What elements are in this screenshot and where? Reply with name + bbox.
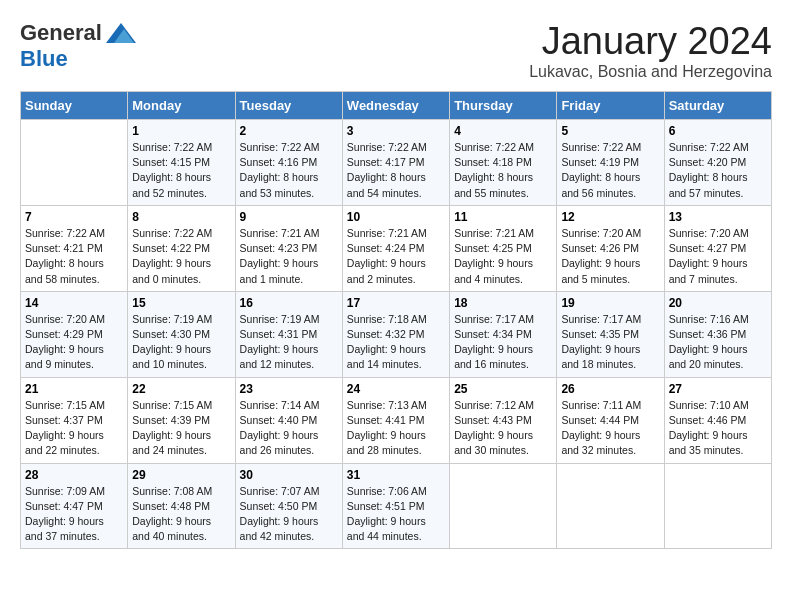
weekday-header: Sunday (21, 92, 128, 120)
day-info: Sunrise: 7:12 AMSunset: 4:43 PMDaylight:… (454, 398, 552, 459)
calendar-cell: 1Sunrise: 7:22 AMSunset: 4:15 PMDaylight… (128, 120, 235, 206)
calendar-cell: 13Sunrise: 7:20 AMSunset: 4:27 PMDayligh… (664, 205, 771, 291)
calendar-week-row: 21Sunrise: 7:15 AMSunset: 4:37 PMDayligh… (21, 377, 772, 463)
day-number: 28 (25, 468, 123, 482)
calendar-cell: 23Sunrise: 7:14 AMSunset: 4:40 PMDayligh… (235, 377, 342, 463)
calendar-cell: 14Sunrise: 7:20 AMSunset: 4:29 PMDayligh… (21, 291, 128, 377)
day-info: Sunrise: 7:22 AMSunset: 4:20 PMDaylight:… (669, 140, 767, 201)
day-info: Sunrise: 7:21 AMSunset: 4:23 PMDaylight:… (240, 226, 338, 287)
day-info: Sunrise: 7:22 AMSunset: 4:19 PMDaylight:… (561, 140, 659, 201)
calendar-cell: 28Sunrise: 7:09 AMSunset: 4:47 PMDayligh… (21, 463, 128, 549)
calendar-title: January 2024 (529, 20, 772, 63)
calendar-week-row: 7Sunrise: 7:22 AMSunset: 4:21 PMDaylight… (21, 205, 772, 291)
calendar-cell: 15Sunrise: 7:19 AMSunset: 4:30 PMDayligh… (128, 291, 235, 377)
calendar-cell: 31Sunrise: 7:06 AMSunset: 4:51 PMDayligh… (342, 463, 449, 549)
calendar-cell: 4Sunrise: 7:22 AMSunset: 4:18 PMDaylight… (450, 120, 557, 206)
day-info: Sunrise: 7:10 AMSunset: 4:46 PMDaylight:… (669, 398, 767, 459)
day-info: Sunrise: 7:22 AMSunset: 4:16 PMDaylight:… (240, 140, 338, 201)
day-info: Sunrise: 7:08 AMSunset: 4:48 PMDaylight:… (132, 484, 230, 545)
calendar-cell: 20Sunrise: 7:16 AMSunset: 4:36 PMDayligh… (664, 291, 771, 377)
calendar-cell: 25Sunrise: 7:12 AMSunset: 4:43 PMDayligh… (450, 377, 557, 463)
day-info: Sunrise: 7:13 AMSunset: 4:41 PMDaylight:… (347, 398, 445, 459)
calendar-cell: 2Sunrise: 7:22 AMSunset: 4:16 PMDaylight… (235, 120, 342, 206)
day-number: 5 (561, 124, 659, 138)
weekday-header: Monday (128, 92, 235, 120)
day-info: Sunrise: 7:09 AMSunset: 4:47 PMDaylight:… (25, 484, 123, 545)
calendar-subtitle: Lukavac, Bosnia and Herzegovina (529, 63, 772, 81)
calendar-cell: 8Sunrise: 7:22 AMSunset: 4:22 PMDaylight… (128, 205, 235, 291)
calendar-week-row: 28Sunrise: 7:09 AMSunset: 4:47 PMDayligh… (21, 463, 772, 549)
day-info: Sunrise: 7:22 AMSunset: 4:21 PMDaylight:… (25, 226, 123, 287)
day-number: 30 (240, 468, 338, 482)
day-number: 20 (669, 296, 767, 310)
day-info: Sunrise: 7:22 AMSunset: 4:17 PMDaylight:… (347, 140, 445, 201)
calendar-cell: 11Sunrise: 7:21 AMSunset: 4:25 PMDayligh… (450, 205, 557, 291)
calendar-cell: 3Sunrise: 7:22 AMSunset: 4:17 PMDaylight… (342, 120, 449, 206)
day-info: Sunrise: 7:20 AMSunset: 4:26 PMDaylight:… (561, 226, 659, 287)
day-number: 27 (669, 382, 767, 396)
day-number: 21 (25, 382, 123, 396)
calendar-cell: 27Sunrise: 7:10 AMSunset: 4:46 PMDayligh… (664, 377, 771, 463)
day-number: 16 (240, 296, 338, 310)
calendar-cell: 10Sunrise: 7:21 AMSunset: 4:24 PMDayligh… (342, 205, 449, 291)
day-number: 6 (669, 124, 767, 138)
calendar-week-row: 1Sunrise: 7:22 AMSunset: 4:15 PMDaylight… (21, 120, 772, 206)
day-info: Sunrise: 7:22 AMSunset: 4:18 PMDaylight:… (454, 140, 552, 201)
day-number: 24 (347, 382, 445, 396)
weekday-header: Wednesday (342, 92, 449, 120)
day-info: Sunrise: 7:18 AMSunset: 4:32 PMDaylight:… (347, 312, 445, 373)
day-number: 15 (132, 296, 230, 310)
day-number: 26 (561, 382, 659, 396)
calendar-cell: 18Sunrise: 7:17 AMSunset: 4:34 PMDayligh… (450, 291, 557, 377)
weekday-header: Tuesday (235, 92, 342, 120)
calendar-week-row: 14Sunrise: 7:20 AMSunset: 4:29 PMDayligh… (21, 291, 772, 377)
day-number: 13 (669, 210, 767, 224)
calendar-cell: 24Sunrise: 7:13 AMSunset: 4:41 PMDayligh… (342, 377, 449, 463)
day-info: Sunrise: 7:17 AMSunset: 4:34 PMDaylight:… (454, 312, 552, 373)
day-number: 7 (25, 210, 123, 224)
calendar-cell (557, 463, 664, 549)
day-info: Sunrise: 7:14 AMSunset: 4:40 PMDaylight:… (240, 398, 338, 459)
calendar-cell: 9Sunrise: 7:21 AMSunset: 4:23 PMDaylight… (235, 205, 342, 291)
day-number: 31 (347, 468, 445, 482)
calendar-cell: 29Sunrise: 7:08 AMSunset: 4:48 PMDayligh… (128, 463, 235, 549)
logo-icon (106, 23, 136, 43)
day-number: 3 (347, 124, 445, 138)
calendar-cell: 30Sunrise: 7:07 AMSunset: 4:50 PMDayligh… (235, 463, 342, 549)
calendar-cell (664, 463, 771, 549)
day-info: Sunrise: 7:15 AMSunset: 4:39 PMDaylight:… (132, 398, 230, 459)
day-info: Sunrise: 7:20 AMSunset: 4:29 PMDaylight:… (25, 312, 123, 373)
weekday-header: Friday (557, 92, 664, 120)
day-number: 18 (454, 296, 552, 310)
day-number: 9 (240, 210, 338, 224)
day-info: Sunrise: 7:15 AMSunset: 4:37 PMDaylight:… (25, 398, 123, 459)
day-number: 23 (240, 382, 338, 396)
day-info: Sunrise: 7:20 AMSunset: 4:27 PMDaylight:… (669, 226, 767, 287)
calendar-cell: 5Sunrise: 7:22 AMSunset: 4:19 PMDaylight… (557, 120, 664, 206)
calendar-cell: 12Sunrise: 7:20 AMSunset: 4:26 PMDayligh… (557, 205, 664, 291)
day-number: 11 (454, 210, 552, 224)
title-block: January 2024 Lukavac, Bosnia and Herzego… (529, 20, 772, 81)
day-number: 10 (347, 210, 445, 224)
day-info: Sunrise: 7:22 AMSunset: 4:15 PMDaylight:… (132, 140, 230, 201)
calendar-cell: 19Sunrise: 7:17 AMSunset: 4:35 PMDayligh… (557, 291, 664, 377)
day-number: 8 (132, 210, 230, 224)
day-info: Sunrise: 7:19 AMSunset: 4:31 PMDaylight:… (240, 312, 338, 373)
weekday-header-row: SundayMondayTuesdayWednesdayThursdayFrid… (21, 92, 772, 120)
day-number: 1 (132, 124, 230, 138)
day-number: 17 (347, 296, 445, 310)
day-info: Sunrise: 7:17 AMSunset: 4:35 PMDaylight:… (561, 312, 659, 373)
calendar-cell: 17Sunrise: 7:18 AMSunset: 4:32 PMDayligh… (342, 291, 449, 377)
calendar-cell: 7Sunrise: 7:22 AMSunset: 4:21 PMDaylight… (21, 205, 128, 291)
day-info: Sunrise: 7:11 AMSunset: 4:44 PMDaylight:… (561, 398, 659, 459)
calendar-table: SundayMondayTuesdayWednesdayThursdayFrid… (20, 91, 772, 549)
day-info: Sunrise: 7:06 AMSunset: 4:51 PMDaylight:… (347, 484, 445, 545)
calendar-cell: 16Sunrise: 7:19 AMSunset: 4:31 PMDayligh… (235, 291, 342, 377)
day-info: Sunrise: 7:21 AMSunset: 4:24 PMDaylight:… (347, 226, 445, 287)
weekday-header: Saturday (664, 92, 771, 120)
day-number: 14 (25, 296, 123, 310)
calendar-cell: 26Sunrise: 7:11 AMSunset: 4:44 PMDayligh… (557, 377, 664, 463)
day-number: 2 (240, 124, 338, 138)
calendar-cell (450, 463, 557, 549)
calendar-cell: 22Sunrise: 7:15 AMSunset: 4:39 PMDayligh… (128, 377, 235, 463)
